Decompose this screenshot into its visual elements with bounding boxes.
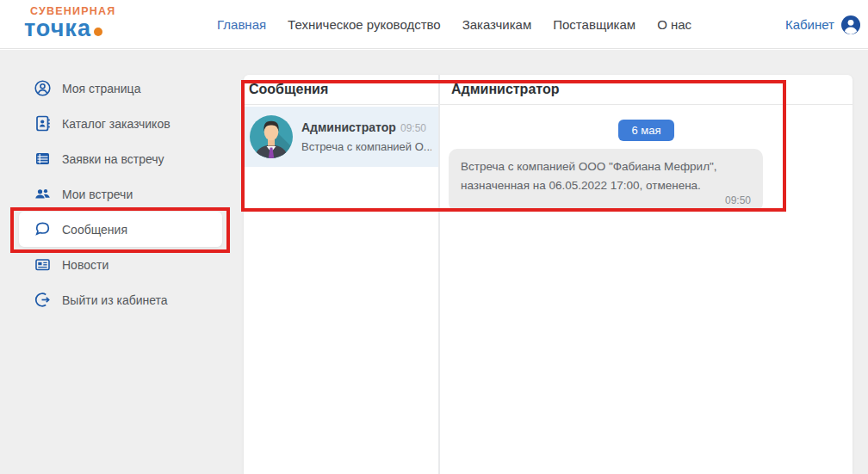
sidebar-item-label: Заявки на встречу <box>62 152 164 166</box>
conversation-name: Администратор <box>301 120 396 134</box>
contact-book-icon <box>34 115 51 132</box>
sidebar-item-news[interactable]: Новости <box>0 247 239 282</box>
sidebar-item-my-meetings[interactable]: Мои встречи <box>0 176 239 212</box>
chat-message-area: 6 мая Встреча с компанией ООО "Фабиана М… <box>440 105 852 474</box>
sidebar-item-logout[interactable]: Выйти из кабинета <box>0 282 239 317</box>
logo-text-bottom: точка <box>24 17 115 40</box>
chat-title: Администратор <box>440 75 852 105</box>
conversation-list-item[interactable]: Администратор 09:50 Встреча с компанией … <box>244 107 438 167</box>
nav-link-customers[interactable]: Заказчикам <box>462 17 532 32</box>
sidebar-item-label: Моя страница <box>62 82 140 95</box>
messages-list-panel: Сообщения <box>244 75 440 474</box>
sidebar-item-my-page[interactable]: Моя страница <box>0 71 239 106</box>
top-header: СУВЕНИРНАЯ точка Главная Техническое рук… <box>0 0 868 49</box>
conversation-preview: Встреча с компанией О... <box>301 140 431 153</box>
conversation-time: 09:50 <box>400 122 431 134</box>
messages-list-title: Сообщения <box>244 75 438 105</box>
sidebar-item-customer-catalog[interactable]: Каталог заказчиков <box>0 106 239 141</box>
sidebar-item-label: Мои встречи <box>62 188 133 201</box>
chat-panel: Администратор 6 мая Встреча с компанией … <box>440 75 852 474</box>
request-list-icon <box>34 151 51 167</box>
nav-link-home[interactable]: Главная <box>217 17 266 32</box>
logo[interactable]: СУВЕНИРНАЯ точка <box>24 6 115 40</box>
chat-bubble-icon <box>34 221 51 237</box>
cabinet-label: Кабинет <box>785 17 834 32</box>
user-circle-icon <box>34 80 51 96</box>
message-time: 09:50 <box>461 194 751 206</box>
user-avatar-icon <box>840 15 861 35</box>
sidebar-item-label: Сообщения <box>62 223 127 237</box>
sidebar-item-label: Выйти из кабинета <box>62 293 168 307</box>
logo-dot <box>94 28 102 36</box>
cabinet-button[interactable]: Кабинет <box>785 0 861 49</box>
nav-link-technical-guide[interactable]: Техническое руководство <box>288 17 441 32</box>
sidebar-item-label: Каталог заказчиков <box>62 117 170 131</box>
app-window: СУВЕНИРНАЯ точка Главная Техническое рук… <box>0 0 868 474</box>
conversation-summary: Администратор 09:50 Встреча с компанией … <box>301 120 431 153</box>
sidebar-menu: Моя страница Каталог заказчиков Заявки <box>0 71 239 317</box>
nav-link-about[interactable]: О нас <box>657 17 691 32</box>
sidebar-item-label: Новости <box>62 258 108 272</box>
date-separator-chip: 6 мая <box>618 120 673 141</box>
main-nav: Главная Техническое руководство Заказчик… <box>217 0 691 49</box>
message-text: Встреча с компанией ООО "Фабиана Мефрил"… <box>461 157 751 194</box>
nav-link-suppliers[interactable]: Поставщикам <box>553 17 636 32</box>
message-bubble: Встреча с компанией ООО "Фабиана Мефрил"… <box>449 149 763 212</box>
people-icon <box>34 186 51 202</box>
news-icon <box>34 256 51 273</box>
logout-icon <box>34 292 51 308</box>
sidebar-item-messages[interactable]: Сообщения <box>19 212 222 247</box>
sidebar-item-meeting-requests[interactable]: Заявки на встречу <box>0 141 239 176</box>
admin-avatar <box>250 115 293 158</box>
messenger-card: Сообщения <box>244 75 852 474</box>
